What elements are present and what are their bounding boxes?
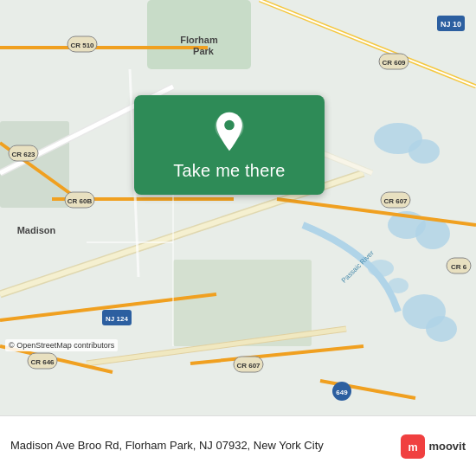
- svg-point-6: [426, 316, 457, 342]
- svg-point-2: [408, 139, 440, 164]
- svg-text:CR 60B: CR 60B: [68, 197, 93, 205]
- svg-text:Florham: Florham: [180, 35, 218, 45]
- svg-text:649: 649: [336, 389, 348, 396]
- svg-text:CR 607: CR 607: [383, 197, 408, 205]
- svg-text:CR 609: CR 609: [382, 59, 406, 67]
- svg-text:CR 607: CR 607: [236, 362, 261, 370]
- svg-point-4: [415, 218, 450, 249]
- svg-text:Madison: Madison: [17, 225, 56, 235]
- osm-attribution-text: © OpenStreetMap contributors: [9, 341, 114, 350]
- location-pin-icon: [209, 111, 250, 152]
- svg-text:NJ 124: NJ 124: [106, 315, 128, 323]
- svg-rect-11: [173, 260, 312, 346]
- location-card: Take me there: [134, 95, 325, 195]
- svg-point-60: [224, 120, 235, 131]
- osm-attribution: © OpenStreetMap contributors: [5, 339, 118, 351]
- bottom-bar: Madison Ave Broo Rd, Florham Park, NJ 07…: [0, 415, 476, 476]
- moovit-logo: m moovit: [401, 434, 466, 459]
- moovit-icon: m: [401, 434, 425, 459]
- take-me-there-button[interactable]: Take me there: [173, 161, 285, 181]
- svg-text:CR 623: CR 623: [11, 151, 35, 158]
- svg-text:Park: Park: [193, 46, 215, 56]
- svg-text:CR 6: CR 6: [451, 263, 467, 271]
- map-container: NJ 10 CR 510 CR 609 CR 623 CR 60B CR 607…: [0, 0, 476, 415]
- address-text: Madison Ave Broo Rd, Florham Park, NJ 07…: [10, 438, 394, 453]
- svg-text:NJ 10: NJ 10: [441, 20, 461, 29]
- svg-text:CR 510: CR 510: [70, 42, 94, 49]
- svg-text:m: m: [408, 441, 418, 453]
- svg-text:CR 646: CR 646: [30, 358, 55, 366]
- moovit-text: moovit: [428, 440, 466, 453]
